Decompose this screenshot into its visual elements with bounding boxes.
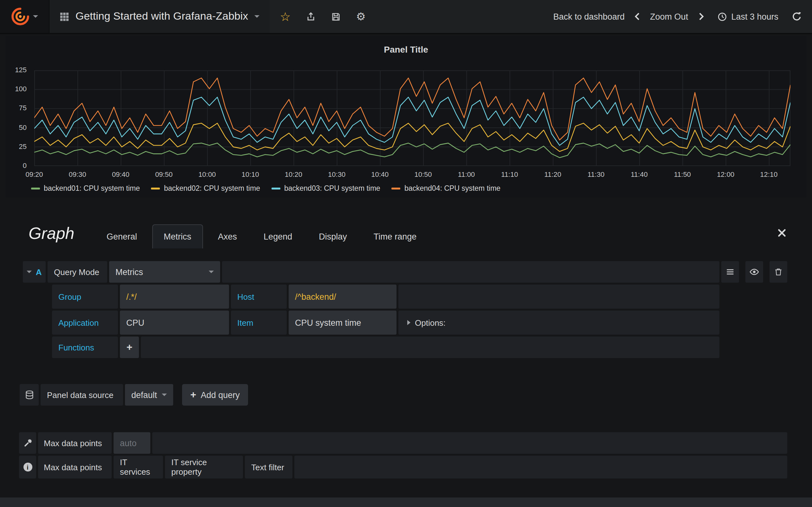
options-label: Options:	[415, 318, 446, 327]
y-axis-tick-label: 0	[6, 162, 27, 169]
legend-item[interactable]: backend03: CPU system time	[271, 184, 380, 192]
y-axis-tick-label: 75	[6, 104, 27, 112]
cpu-time-series-chart[interactable]	[34, 70, 791, 166]
navbar: Getting Started with Grafana-Zabbix ☆ ⚙	[0, 0, 812, 34]
series-line	[34, 97, 791, 146]
panel-options-rows: Max data points auto i Max data points I…	[19, 432, 787, 481]
legend-series-color	[151, 187, 160, 189]
bottom-bar	[0, 498, 812, 507]
query-ref-cell[interactable]: A	[23, 261, 46, 283]
legend-item[interactable]: backend04: CPU system time	[392, 184, 501, 192]
dashboard-title-dropdown[interactable]: Getting Started with Grafana-Zabbix	[49, 0, 270, 33]
help-tab-it-services[interactable]: IT services	[113, 456, 163, 478]
datasource-row: Panel data source default + Add query	[20, 384, 248, 406]
host-value-input[interactable]: /^backend/	[289, 285, 397, 308]
x-axis-tick-label: 12:00	[717, 170, 734, 178]
max-data-points-row: Max data points auto	[19, 432, 787, 454]
save-icon[interactable]	[331, 12, 341, 21]
query-mode-value: Metrics	[115, 267, 143, 277]
grafana-logo	[11, 7, 30, 26]
collapse-caret-icon	[27, 271, 32, 273]
plus-icon: +	[126, 342, 133, 352]
wrench-icon	[23, 439, 32, 447]
wrench-icon-cell	[19, 432, 36, 454]
query-ref-id: A	[36, 267, 42, 277]
navbar-tools: ☆ ⚙	[280, 0, 366, 33]
x-axis-tick-label: 12:10	[760, 170, 777, 178]
share-icon[interactable]	[306, 11, 316, 21]
panel-title[interactable]: Panel Title	[6, 44, 806, 55]
y-axis-tick-label: 125	[6, 66, 27, 73]
query-row-main: A Query Mode Metrics	[23, 261, 787, 283]
query-row-filler: Options:	[398, 311, 719, 335]
tab-axes[interactable]: Axes	[206, 224, 248, 248]
query-menu-button[interactable]	[721, 261, 739, 283]
grafana-menu-button[interactable]	[0, 0, 49, 33]
help-tab-max-data-points[interactable]: Max data points	[38, 456, 112, 478]
item-label: Item	[231, 311, 287, 335]
query-row-filler	[222, 261, 719, 283]
x-axis-tick-label: 11:10	[501, 170, 518, 178]
legend-series-name: backend02: CPU system time	[164, 184, 260, 192]
panel-type-title: Graph	[29, 224, 74, 243]
item-value-input[interactable]: CPU system time	[289, 311, 397, 335]
x-axis-tick-label: 10:40	[371, 170, 389, 178]
time-range-picker[interactable]: Last 3 hours	[731, 12, 778, 21]
query-row-application-item: Application CPU Item CPU system time Opt…	[23, 311, 787, 335]
back-to-dashboard-button[interactable]: Back to dashboard	[553, 12, 624, 21]
info-icon: i	[23, 463, 32, 471]
y-axis-tick-label: 100	[6, 85, 27, 93]
help-tab-text-filter[interactable]: Text filter	[245, 456, 293, 478]
zoom-out-button[interactable]: Zoom Out	[650, 12, 688, 21]
max-data-points-input[interactable]: auto	[113, 432, 150, 454]
application-label: Application	[52, 311, 118, 335]
hamburger-menu-icon	[726, 268, 734, 276]
x-axis-tick-label: 11:00	[458, 170, 475, 178]
tab-display[interactable]: Display	[307, 224, 358, 248]
gear-icon[interactable]: ⚙	[356, 11, 366, 22]
tab-time-range[interactable]: Time range	[362, 224, 428, 248]
x-axis-tick-label: 09:30	[69, 170, 86, 178]
y-axis: 0255075100125	[6, 70, 30, 166]
x-axis-tick-label: 10:30	[328, 170, 345, 178]
star-icon[interactable]: ☆	[280, 10, 291, 22]
group-label: Group	[52, 285, 118, 308]
editor-tabs: General Metrics Axes Legend Display Time…	[95, 224, 428, 248]
info-icon-cell: i	[19, 456, 36, 478]
options-toggle[interactable]: Options:	[398, 318, 446, 327]
navbar-right: Back to dashboard Zoom Out Last 3 hours	[553, 0, 812, 33]
legend-series-color	[271, 187, 281, 189]
x-axis-tick-label: 11:20	[544, 170, 561, 178]
clock-icon	[717, 12, 727, 21]
datasource-select[interactable]: default	[125, 384, 173, 406]
legend-series-name: backend03: CPU system time	[284, 184, 380, 192]
y-axis-tick-label: 50	[6, 123, 27, 131]
x-axis-tick-label: 10:20	[285, 170, 302, 178]
application-value-input[interactable]: CPU	[120, 311, 229, 335]
add-query-button[interactable]: + Add query	[182, 384, 248, 406]
close-icon[interactable]	[777, 228, 786, 238]
x-axis-tick-label: 10:00	[198, 170, 216, 178]
chevron-right-icon[interactable]	[696, 11, 705, 21]
tab-general[interactable]: General	[95, 224, 148, 248]
row-filler	[294, 456, 787, 478]
datasource-label: Panel data source	[41, 384, 123, 406]
x-axis-tick-label: 09:40	[112, 170, 130, 178]
group-value-input[interactable]: /.*/	[120, 285, 229, 308]
chart-legend: backend01: CPU system timebackend02: CPU…	[31, 184, 501, 192]
legend-item[interactable]: backend01: CPU system time	[31, 184, 140, 192]
help-tab-it-service-property[interactable]: IT service property	[165, 456, 243, 478]
query-delete-button[interactable]	[769, 261, 787, 283]
legend-item[interactable]: backend02: CPU system time	[151, 184, 260, 192]
tab-legend[interactable]: Legend	[252, 224, 304, 248]
query-row-filler	[141, 337, 719, 358]
chevron-left-icon[interactable]	[633, 11, 642, 21]
refresh-icon[interactable]	[792, 11, 802, 21]
x-axis-tick-label: 09:20	[26, 170, 43, 178]
query-toggle-visibility-button[interactable]	[745, 261, 763, 283]
functions-label: Functions	[52, 337, 118, 358]
add-function-button[interactable]: +	[120, 337, 139, 358]
plus-icon: +	[190, 390, 196, 400]
tab-metrics[interactable]: Metrics	[152, 224, 203, 248]
query-mode-select[interactable]: Metrics	[109, 261, 220, 283]
